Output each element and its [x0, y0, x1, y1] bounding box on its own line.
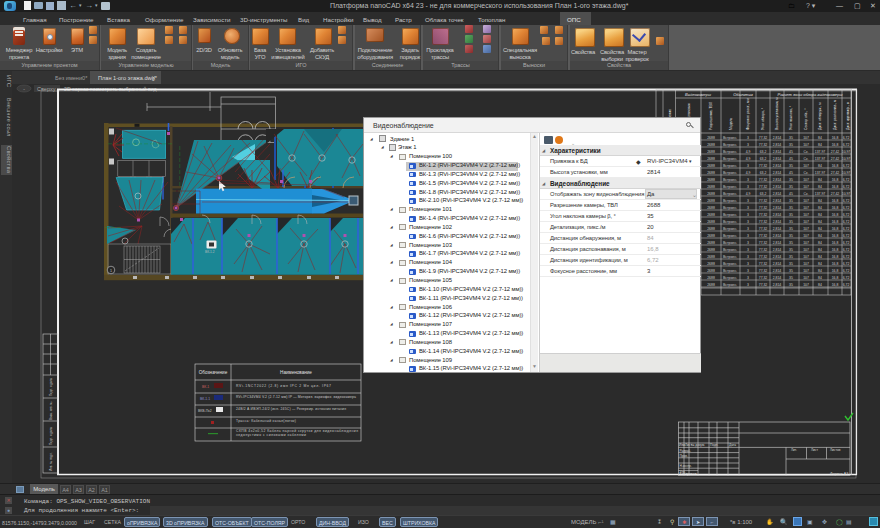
svg-text:ВК-1: ВК-1	[202, 385, 209, 389]
svg-text:№ докум.: № докум.	[691, 443, 705, 447]
svg-text:Разраб.: Разраб.	[680, 449, 692, 453]
svg-text:ВКВ-Пх2: ВКВ-Пх2	[198, 409, 212, 413]
svg-text:Формат А3: Формат А3	[830, 472, 848, 476]
svg-text:Дист. обнаруж., м: Дист. обнаруж., м	[818, 102, 822, 130]
svg-text:Фокусное расст., мм: Фокусное расст., мм	[746, 98, 750, 130]
svg-text:Дата: Дата	[729, 443, 736, 447]
svg-text:24В/2 А ИВЭП-24/2 (исп. 245С): 24В/2 А ИВЭП-24/2 (исп. 245С) — Резервир…	[236, 407, 346, 411]
svg-text:Разрешение, ТВЛ: Разрешение, ТВЛ	[709, 102, 713, 130]
svg-text:Видеокамеры: Видеокамеры	[685, 92, 711, 97]
svg-text:Расчет зоны обзора видеокамеры: Расчет зоны обзора видеокамеры	[777, 92, 842, 97]
svg-text:Трасса: Кабельный канал(лоток): Трасса: Кабельный канал(лоток)	[236, 419, 296, 423]
svg-text:Угол наклона, °: Угол наклона, °	[789, 105, 793, 130]
svg-text:Угол обзора, °: Угол обзора, °	[761, 107, 765, 130]
svg-text:Наименование: Наименование	[280, 370, 312, 375]
svg-text:RVi-IPC34VM4 V.2 (2.7-12 мм) I: RVi-IPC34VM4 V.2 (2.7-12 мм) IP — Мотори…	[236, 395, 356, 399]
svg-text:недопустимо с силовыми кабелям: недопустимо с силовыми кабелями	[236, 433, 306, 437]
svg-text:ВК-1.2: ВК-1.2	[205, 250, 215, 254]
svg-text:Сверху: Сверху	[37, 86, 56, 92]
svg-text:Объектив: Объектив	[733, 92, 753, 97]
svg-text:Лит.: Лит.	[791, 448, 797, 452]
svg-text:Дист. распознав., м: Дист. распознав., м	[833, 99, 837, 130]
svg-text:Подп. и дата: Подп. и дата	[49, 378, 53, 396]
svg-text:Пров.: Пров.	[680, 454, 689, 458]
svg-text:ВК-1.1: ВК-1.1	[200, 397, 210, 401]
svg-text:Обозначение: Обозначение	[199, 370, 228, 375]
svg-text:Взам. инв. №: Взам. инв. №	[49, 401, 53, 420]
svg-text:Модель: Модель	[729, 118, 733, 130]
svg-text:Копировал: Копировал	[680, 472, 697, 476]
svg-text:1: 1	[110, 269, 112, 273]
svg-text:RVi-1NCT2022 (2.8) имп IPC 2 М: RVi-1NCT2022 (2.8) имп IPC 2 Мп цил. IP6…	[236, 384, 331, 388]
svg-text:Подп. и дата: Подп. и дата	[49, 427, 53, 445]
svg-text:Сектор обз., °: Сектор обз., °	[804, 108, 808, 130]
svg-text:Подп.: Подп.	[710, 443, 719, 447]
svg-text:Дист. идентиф., м: Дист. идентиф., м	[846, 101, 850, 130]
svg-text:Листов: Листов	[830, 448, 841, 452]
svg-text:Высота установки, м: Высота установки, м	[775, 97, 779, 130]
svg-text:Н.контр.: Н.контр.	[680, 464, 692, 468]
svg-text:Лист: Лист	[811, 448, 818, 452]
svg-text:Инв. № подл.: Инв. № подл.	[49, 452, 53, 471]
